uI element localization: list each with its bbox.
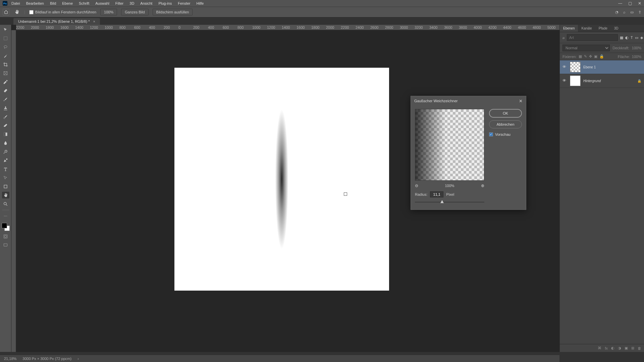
- visibility-icon[interactable]: 👁: [562, 65, 567, 69]
- zoom-100-button[interactable]: 100%: [100, 9, 117, 15]
- tab-ebenen[interactable]: Ebenen: [560, 25, 578, 32]
- tab-pfade[interactable]: Pfade: [595, 25, 611, 32]
- dialog-close-icon[interactable]: ✕: [519, 99, 523, 104]
- eraser-tool[interactable]: [2, 122, 9, 129]
- marquee-tool[interactable]: [2, 35, 9, 42]
- scroll-all-checkbox[interactable]: Bildlauf in allen Fenstern durchführen: [29, 10, 96, 14]
- menu-auswahl[interactable]: Auswahl: [95, 1, 109, 5]
- frame-tool[interactable]: [2, 70, 9, 76]
- fit-all-button[interactable]: Ganzes Bild: [121, 9, 148, 15]
- gradient-tool[interactable]: [2, 131, 9, 137]
- new-layer-icon[interactable]: ⊞: [631, 346, 634, 350]
- cloud-icon[interactable]: ◔: [615, 10, 619, 14]
- mask-icon[interactable]: ◐: [611, 346, 614, 350]
- filter-type-icon[interactable]: T: [631, 36, 633, 40]
- menu-filter[interactable]: Filter: [115, 1, 123, 5]
- menu-3d[interactable]: 3D: [129, 1, 134, 5]
- pen-tool[interactable]: [2, 157, 9, 164]
- crop-tool[interactable]: [2, 61, 9, 68]
- shape-tool[interactable]: [2, 183, 9, 190]
- preview-checkbox[interactable]: ✓ Vorschau: [489, 132, 522, 136]
- type-tool[interactable]: [2, 166, 9, 172]
- hand-tool-icon[interactable]: [13, 9, 20, 15]
- fill-value[interactable]: 100%: [632, 55, 641, 59]
- filter-shape-icon[interactable]: ▭: [635, 36, 638, 40]
- lasso-tool[interactable]: [2, 44, 9, 50]
- hand-tool[interactable]: [2, 192, 9, 198]
- share-icon[interactable]: ⇪: [638, 10, 641, 14]
- canvas[interactable]: [174, 68, 400, 302]
- adjustment-icon[interactable]: ◑: [618, 346, 621, 350]
- lock-position-icon[interactable]: ✎: [584, 54, 587, 59]
- document-tab[interactable]: Unbenannt-1 bei 21,2% (Ebene 1, RGB/8) *…: [13, 18, 100, 25]
- heal-tool[interactable]: [2, 87, 9, 94]
- screenmode-icon[interactable]: [2, 242, 9, 248]
- lock-all-icon[interactable]: 🔒: [599, 54, 604, 59]
- close-icon[interactable]: ✕: [638, 1, 641, 6]
- cancel-button[interactable]: Abbrechen: [489, 120, 522, 128]
- move-tool[interactable]: [2, 26, 9, 33]
- layer-row[interactable]: 👁 Ebene 1: [560, 60, 644, 74]
- menu-fenster[interactable]: Fenster: [178, 1, 190, 5]
- canvas-area[interactable]: 2200200018001600140012001000800600400200…: [11, 25, 559, 352]
- filter-smart-icon[interactable]: ◈: [640, 36, 643, 40]
- filter-adjust-icon[interactable]: ◐: [625, 36, 629, 40]
- scroll-all-input[interactable]: [29, 10, 34, 14]
- menu-bild[interactable]: Bild: [50, 1, 56, 5]
- slider-thumb[interactable]: [440, 200, 444, 203]
- layer-thumbnail[interactable]: [570, 62, 581, 72]
- checkbox-icon[interactable]: ✓: [489, 132, 493, 136]
- document-tab-close-icon[interactable]: ×: [93, 19, 95, 23]
- menu-ebene[interactable]: Ebene: [62, 1, 73, 5]
- lock-pixels-icon[interactable]: ▦: [579, 54, 582, 59]
- menu-plugins[interactable]: Plug-ins: [158, 1, 172, 5]
- lock-artboard-icon[interactable]: ▣: [594, 54, 597, 59]
- group-icon[interactable]: ▣: [625, 346, 628, 350]
- zoom-tool[interactable]: [2, 200, 9, 207]
- menu-ansicht[interactable]: Ansicht: [140, 1, 152, 5]
- layer-name[interactable]: Ebene 1: [583, 65, 596, 69]
- blur-tool[interactable]: [2, 139, 9, 146]
- opacity-value[interactable]: 100%: [632, 46, 641, 50]
- foreground-color-swatch[interactable]: [2, 223, 7, 228]
- fill-screen-button[interactable]: Bildschirm ausfüllen: [153, 9, 193, 15]
- home-icon[interactable]: [3, 9, 9, 15]
- brush-tool[interactable]: [2, 96, 9, 103]
- quickmask-icon[interactable]: [2, 233, 9, 240]
- radius-input[interactable]: [430, 191, 443, 197]
- eyedropper-tool[interactable]: [2, 78, 9, 85]
- layer-name[interactable]: Hintergrund: [583, 79, 601, 83]
- path-tool[interactable]: [2, 174, 9, 181]
- ok-button[interactable]: OK: [489, 109, 522, 118]
- tab-kanaele[interactable]: Kanäle: [578, 25, 595, 32]
- radius-slider[interactable]: [415, 199, 484, 205]
- color-swatches[interactable]: [2, 223, 10, 231]
- visibility-icon[interactable]: 👁: [562, 78, 567, 83]
- maximize-icon[interactable]: ▢: [628, 1, 632, 6]
- status-chevron-icon[interactable]: ›: [77, 357, 79, 361]
- workspace-icon[interactable]: ▭: [630, 10, 634, 14]
- history-brush-tool[interactable]: [2, 113, 9, 120]
- status-zoom[interactable]: 21,18%: [4, 357, 16, 361]
- minimize-icon[interactable]: —: [618, 1, 622, 6]
- layer-thumbnail[interactable]: [570, 75, 581, 86]
- link-layers-icon[interactable]: ⌘: [598, 346, 601, 350]
- fx-icon[interactable]: fx: [605, 346, 608, 350]
- blur-preview[interactable]: [415, 109, 484, 181]
- layer-row[interactable]: 👁 Hintergrund 🔒: [560, 74, 644, 88]
- menu-bearbeiten[interactable]: Bearbeiten: [26, 1, 44, 5]
- blend-mode-select[interactable]: Normal: [562, 45, 610, 51]
- filter-image-icon[interactable]: ▦: [620, 36, 623, 40]
- trash-icon[interactable]: 🗑: [638, 346, 641, 350]
- search-icon[interactable]: ⌕: [623, 10, 626, 14]
- dodge-tool[interactable]: [2, 148, 9, 155]
- menu-schrift[interactable]: Schrift: [79, 1, 89, 5]
- tab-3d[interactable]: 3D: [611, 25, 622, 32]
- menu-datei[interactable]: Datei: [11, 1, 20, 5]
- search-icon[interactable]: ⌕: [562, 36, 565, 40]
- edit-toolbar-icon[interactable]: ⋯: [2, 213, 9, 220]
- wand-tool[interactable]: [2, 52, 9, 59]
- dialog-titlebar[interactable]: Gaußscher Weichzeichner ✕: [411, 96, 526, 106]
- status-doc-info[interactable]: 3000 Px × 3000 Px (72 ppcm): [22, 357, 71, 361]
- lock-move-icon[interactable]: ✥: [589, 54, 592, 59]
